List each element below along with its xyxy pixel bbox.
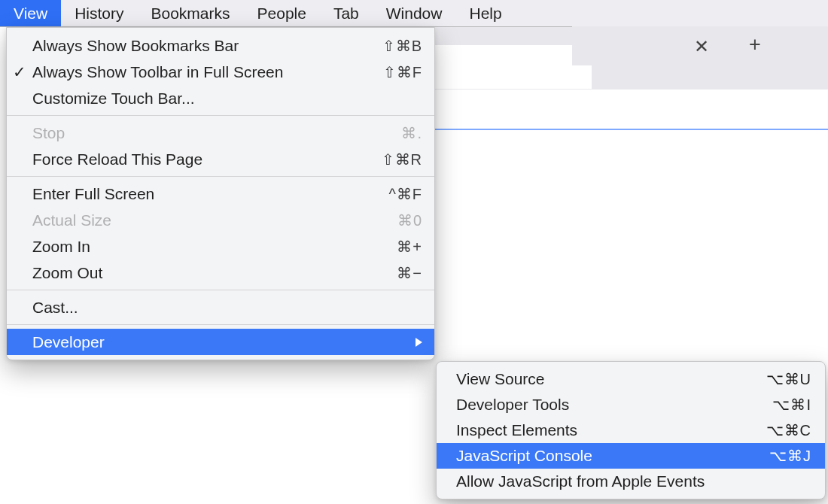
menu-item-label: Zoom In [32,238,397,256]
menu-separator [7,290,434,290]
menu-item-label: Developer Tools [456,396,772,414]
menubar: View History Bookmarks People Tab Window… [0,0,828,27]
menu-item-shortcut: ⇧⌘B [382,37,422,55]
menu-separator [7,324,434,325]
menu-item-shortcut: ⌥⌘J [769,447,811,465]
menu-item-shortcut: ⌥⌘U [766,370,811,388]
menu-item-label: Stop [32,124,401,142]
menu-developer[interactable]: Developer [7,329,434,355]
menubar-history[interactable]: History [61,0,137,26]
menubar-help[interactable]: Help [455,0,515,26]
address-bar-area [434,90,828,130]
menu-always-bookmarks[interactable]: Always Show Bookmarks Bar ⇧⌘B [7,32,434,59]
view-menu: Always Show Bookmarks Bar ⇧⌘B ✓ Always S… [6,27,435,360]
menu-item-label: Always Show Toolbar in Full Screen [32,63,383,81]
menubar-tab[interactable]: Tab [320,0,373,26]
menu-item-label: Customize Touch Bar... [32,90,422,108]
menubar-view[interactable]: View [0,0,61,26]
menu-item-label: Always Show Bookmarks Bar [32,37,382,55]
menu-item-label: Enter Full Screen [32,185,388,203]
close-tab-icon[interactable]: ✕ [694,36,709,57]
menu-item-label: Allow JavaScript from Apple Events [456,472,811,490]
developer-submenu: View Source ⌥⌘U Developer Tools ⌥⌘I Insp… [436,361,826,499]
menubar-bookmarks[interactable]: Bookmarks [137,0,243,26]
new-tab-icon[interactable]: + [749,33,761,56]
menu-item-label: Actual Size [32,211,397,229]
check-icon: ✓ [7,63,32,81]
menu-force-reload[interactable]: Force Reload This Page ⇧⌘R [7,146,434,172]
submenu-inspect-elements[interactable]: Inspect Elements ⌥⌘C [437,417,825,443]
menu-item-label: Developer [32,333,411,351]
menubar-window[interactable]: Window [373,0,456,26]
menu-item-shortcut: ⇧⌘R [382,150,422,169]
menu-separator [7,176,434,177]
menu-item-label: JavaScript Console [456,447,769,465]
menu-item-shortcut: ⌘0 [397,211,422,229]
menubar-people[interactable]: People [244,0,320,26]
tab-strip-right: ✕ + [572,26,828,65]
menu-item-label: View Source [456,370,766,388]
active-tab[interactable] [434,45,592,89]
menu-item-shortcut: ^⌘F [388,185,422,203]
menu-separator [7,115,434,116]
menu-enter-fullscreen[interactable]: Enter Full Screen ^⌘F [7,181,434,207]
submenu-developer-tools[interactable]: Developer Tools ⌥⌘I [437,392,825,417]
menu-zoom-in[interactable]: Zoom In ⌘+ [7,233,434,260]
submenu-view-source[interactable]: View Source ⌥⌘U [437,366,825,392]
menu-item-shortcut: ⌘− [397,264,422,282]
menu-item-shortcut: ⌥⌘C [766,421,811,439]
menu-item-shortcut: ⌘. [401,124,422,142]
menu-item-shortcut: ⇧⌘F [383,63,422,81]
menu-item-shortcut: ⌘+ [397,238,422,256]
menu-item-label: Force Reload This Page [32,150,382,169]
menu-always-toolbar[interactable]: ✓ Always Show Toolbar in Full Screen ⇧⌘F [7,59,434,85]
submenu-arrow-icon [416,338,422,347]
menu-cast[interactable]: Cast... [7,294,434,320]
submenu-allow-js-apple[interactable]: Allow JavaScript from Apple Events [437,469,825,494]
menu-item-label: Zoom Out [32,264,397,282]
menu-item-label: Inspect Elements [456,421,766,439]
submenu-js-console[interactable]: JavaScript Console ⌥⌘J [437,443,825,469]
menu-item-shortcut: ⌥⌘I [772,396,811,414]
menu-item-label: Cast... [32,299,422,317]
menu-actual-size: Actual Size ⌘0 [7,207,434,233]
menu-customize-touchbar[interactable]: Customize Touch Bar... [7,85,434,111]
menu-stop: Stop ⌘. [7,120,434,146]
menu-zoom-out[interactable]: Zoom Out ⌘− [7,260,434,286]
